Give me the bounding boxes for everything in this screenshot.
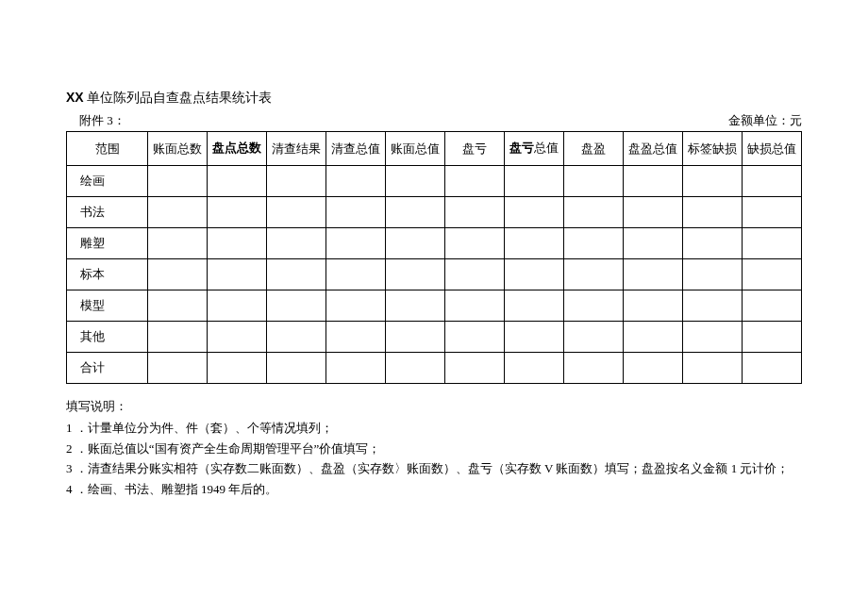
cell [445, 353, 505, 384]
cell [505, 166, 564, 197]
cell [148, 228, 208, 259]
cell [683, 322, 743, 353]
col-label-damage: 标签缺损 [683, 132, 743, 166]
col-check-value: 清查总值 [326, 132, 386, 166]
table-row: 标本 [67, 259, 802, 290]
col-check-result: 清查结果 [267, 132, 326, 166]
cell [683, 353, 743, 384]
cell [326, 259, 386, 290]
cell [386, 353, 445, 384]
cell [267, 228, 326, 259]
row-label: 其他 [67, 322, 148, 353]
cell [683, 290, 743, 322]
cell [564, 166, 624, 197]
cell [445, 197, 505, 228]
cell [683, 259, 743, 290]
cell [445, 166, 505, 197]
cell [326, 353, 386, 384]
note-item: 4 ．绘画、书法、雕塑指 1949 年后的。 [66, 480, 802, 500]
cell [148, 290, 208, 322]
cell [208, 197, 267, 228]
col-loss-value: 盘亏总值 [505, 132, 564, 166]
row-label: 雕塑 [67, 228, 148, 259]
cell [208, 353, 267, 384]
cell [445, 228, 505, 259]
cell [564, 322, 624, 353]
cell [386, 290, 445, 322]
cell [386, 259, 445, 290]
cell [208, 166, 267, 197]
cell [743, 322, 802, 353]
col-damage-value: 缺损总值 [743, 132, 802, 166]
table-row: 雕塑 [67, 228, 802, 259]
cell [326, 228, 386, 259]
cell [386, 166, 445, 197]
cell [148, 259, 208, 290]
col-book-count: 账面总数 [148, 132, 208, 166]
cell [445, 259, 505, 290]
cell [564, 353, 624, 384]
cell [624, 197, 683, 228]
cell [624, 322, 683, 353]
col-scope: 范围 [67, 132, 148, 166]
cell [505, 290, 564, 322]
cell [148, 353, 208, 384]
cell [148, 166, 208, 197]
amount-unit-label: 金额单位：元 [728, 112, 802, 129]
row-label: 标本 [67, 259, 148, 290]
col-gain: 盘盈 [564, 132, 624, 166]
cell [326, 166, 386, 197]
cell [267, 290, 326, 322]
cell [267, 259, 326, 290]
row-label: 书法 [67, 197, 148, 228]
cell [743, 197, 802, 228]
cell [267, 166, 326, 197]
note-item: 3 ．清查结果分账实相符（实存数二账面数）、盘盈（实存数〉账面数）、盘亏（实存数… [66, 459, 802, 479]
cell [564, 197, 624, 228]
cell [624, 290, 683, 322]
cell [505, 197, 564, 228]
col-gain-value: 盘盈总值 [624, 132, 683, 166]
cell [445, 322, 505, 353]
row-label: 合计 [67, 353, 148, 384]
col-loss-value-l2: 总值 [534, 141, 559, 155]
cell [564, 228, 624, 259]
cell [326, 197, 386, 228]
row-label: 模型 [67, 290, 148, 322]
notes-title: 填写说明： [66, 397, 802, 417]
cell [624, 259, 683, 290]
cell [505, 259, 564, 290]
cell [148, 197, 208, 228]
inventory-table: 范围 账面总数 盘点总数 清查结果 清查总值 账面总值 盘亏 盘亏总值 盘盈 盘… [66, 131, 802, 384]
col-loss: 盘亏 [445, 132, 505, 166]
col-book-value: 账面总值 [386, 132, 445, 166]
col-check-count-l2: 总数 [237, 141, 261, 155]
cell [505, 228, 564, 259]
cell [743, 259, 802, 290]
table-row: 模型 [67, 290, 802, 322]
cell [624, 353, 683, 384]
cell [208, 228, 267, 259]
cell [564, 259, 624, 290]
cell [326, 290, 386, 322]
cell [386, 228, 445, 259]
col-check-count-l1: 盘点 [212, 141, 237, 155]
cell [505, 353, 564, 384]
cell [505, 322, 564, 353]
title-suffix: 单位陈列品自查盘点结果统计表 [84, 91, 273, 105]
cell [208, 290, 267, 322]
cell [743, 228, 802, 259]
cell [564, 290, 624, 322]
table-row: 其他 [67, 322, 802, 353]
cell [208, 322, 267, 353]
col-check-count: 盘点总数 [208, 132, 267, 166]
attachment-label: 附件 3： [66, 112, 125, 129]
table-header-row: 范围 账面总数 盘点总数 清查结果 清查总值 账面总值 盘亏 盘亏总值 盘盈 盘… [67, 132, 802, 166]
cell [208, 259, 267, 290]
cell [683, 228, 743, 259]
cell [743, 166, 802, 197]
cell [267, 353, 326, 384]
cell [624, 228, 683, 259]
cell [624, 166, 683, 197]
table-row-total: 合计 [67, 353, 802, 384]
